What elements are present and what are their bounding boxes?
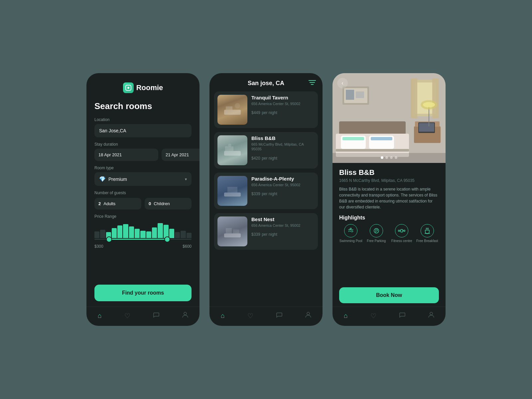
bar-9 [140, 231, 145, 238]
listing-name-1: Tranquil Tavern [251, 95, 315, 100]
checkout-input[interactable] [162, 149, 200, 161]
nav-user-icon[interactable] [182, 312, 188, 320]
location-label: Location [94, 117, 192, 122]
listing-addr-3: 656 America Center St, 95002 [251, 183, 315, 187]
svg-rect-7 [226, 106, 232, 111]
highlights-row: Swimming Pool Free Parking [339, 224, 439, 243]
svg-point-42 [350, 228, 351, 229]
detail-content: Bliss B&B 1665 N McCarthy Blvd, Milpitas… [332, 163, 446, 307]
adults-count: 2 [98, 201, 101, 206]
range-thumb-left[interactable] [106, 236, 112, 242]
phone-detail: ‹ Bliss B&B 1665 N McCarthy Blvd, Milpit… [332, 73, 446, 326]
svg-rect-45 [398, 230, 400, 231]
room-type-value: Premium [108, 177, 127, 182]
listing-card-4[interactable]: Best Nest 656 America Center St, 95002 $… [214, 213, 318, 250]
search-content: Roomie Search rooms Location Stay durati… [86, 73, 200, 307]
svg-rect-21 [411, 78, 417, 118]
svg-rect-33 [336, 149, 409, 152]
room-type-select[interactable]: 💎 Premium ▾ [94, 172, 192, 186]
location-input[interactable] [94, 124, 192, 137]
bar-13 [164, 225, 169, 238]
listing-price-3: $339 per night [251, 191, 315, 197]
nav-heart-icon[interactable]: ♡ [124, 312, 130, 320]
dot-3 [390, 156, 393, 159]
price-chart [94, 221, 192, 241]
highlight-breakfast: Free Breakfast [416, 224, 439, 243]
nav-user-icon-3[interactable] [428, 312, 434, 320]
nav-heart-icon-2[interactable]: ♡ [247, 312, 253, 320]
nav-chat-icon-3[interactable] [399, 312, 406, 320]
listing-image-3 [217, 176, 247, 206]
city-title: San jose, CA [248, 80, 284, 87]
listing-image-2 [217, 135, 247, 165]
svg-rect-16 [233, 229, 239, 234]
parking-label: Free Parking [367, 239, 386, 243]
image-dots [381, 156, 397, 159]
app-name: Roomie [136, 83, 163, 92]
guests-label: Number of guests [94, 191, 192, 195]
book-now-button[interactable]: Book Now [339, 287, 439, 303]
bar-2 [100, 230, 105, 238]
filter-icon[interactable] [309, 79, 316, 87]
bar-16 [181, 231, 186, 238]
breakfast-icon [421, 224, 434, 237]
bar-17 [187, 233, 192, 238]
svg-rect-31 [342, 137, 364, 140]
nav-chat-icon[interactable] [153, 312, 160, 320]
range-thumb-right[interactable] [164, 236, 170, 242]
diamond-icon: 💎 [99, 176, 106, 182]
room-type-label: Room type [94, 166, 192, 170]
listing-name-4: Best Nest [251, 216, 315, 222]
listing-card-2[interactable]: Bliss B&B 665 McCarthy Blvd, Milpitas, C… [214, 132, 318, 169]
price-min: $300 [94, 244, 103, 249]
svg-point-2 [184, 312, 187, 315]
parking-icon [370, 224, 383, 237]
svg-point-17 [307, 312, 310, 315]
listings-list: Tranquil Tavern 656 America Center St, 9… [209, 90, 323, 307]
adults-label: Adults [103, 201, 115, 206]
hotel-address: 1665 N McCarthy Blvd, Milpitas, CA 95035 [339, 178, 439, 183]
bar-12 [158, 223, 163, 238]
svg-rect-49 [401, 229, 403, 232]
svg-rect-25 [346, 90, 354, 100]
hotel-description: Bliss B&B is located in a serene locatio… [339, 186, 439, 210]
svg-rect-27 [339, 121, 406, 135]
hotel-name: Bliss B&B [339, 168, 439, 177]
highlight-parking: Free Parking [365, 224, 388, 243]
checkin-input[interactable] [94, 149, 158, 161]
nav-chat-icon-2[interactable] [276, 312, 283, 320]
svg-rect-13 [227, 187, 237, 193]
svg-rect-32 [371, 137, 392, 140]
listing-card-1[interactable]: Tranquil Tavern 656 America Center St, 9… [214, 91, 318, 128]
stay-label: Stay duration [94, 142, 192, 147]
bar-5 [117, 225, 122, 238]
svg-rect-37 [419, 123, 434, 132]
bottom-nav-1: ⌂ ♡ [86, 307, 200, 326]
find-rooms-button[interactable]: Find your rooms [94, 285, 192, 301]
svg-rect-46 [404, 230, 405, 231]
listing-addr-4: 656 America Center St, 95002 [251, 223, 315, 228]
bar-11 [152, 227, 157, 238]
children-count: 0 [149, 201, 151, 206]
range-track [94, 239, 192, 240]
app-logo-icon [123, 82, 134, 93]
bar-4 [112, 228, 117, 238]
back-button[interactable]: ‹ [337, 78, 348, 88]
listing-info-1: Tranquil Tavern 656 America Center St, 9… [251, 95, 315, 125]
bar-8 [135, 229, 140, 238]
nav-heart-icon-3[interactable]: ♡ [370, 312, 376, 320]
nav-user-icon-2[interactable] [305, 312, 311, 320]
guests-row: 2 Adults 0 Children [94, 198, 192, 209]
svg-point-54 [430, 312, 433, 315]
nav-home-icon-3[interactable]: ⌂ [344, 312, 348, 320]
nav-home-icon[interactable]: ⌂ [98, 312, 102, 320]
bar-6 [123, 224, 128, 238]
bar-14 [169, 229, 174, 238]
children-box: 0 Children [145, 198, 192, 209]
search-title: Search rooms [94, 101, 192, 111]
listing-card-3[interactable]: Paradise-A-Plenty 656 America Center St,… [214, 173, 318, 209]
listing-info-3: Paradise-A-Plenty 656 America Center St,… [251, 176, 315, 206]
listing-name-2: Bliss B&B [251, 135, 315, 141]
nav-home-icon-2[interactable]: ⌂ [221, 312, 225, 320]
chevron-down-icon: ▾ [185, 177, 187, 182]
